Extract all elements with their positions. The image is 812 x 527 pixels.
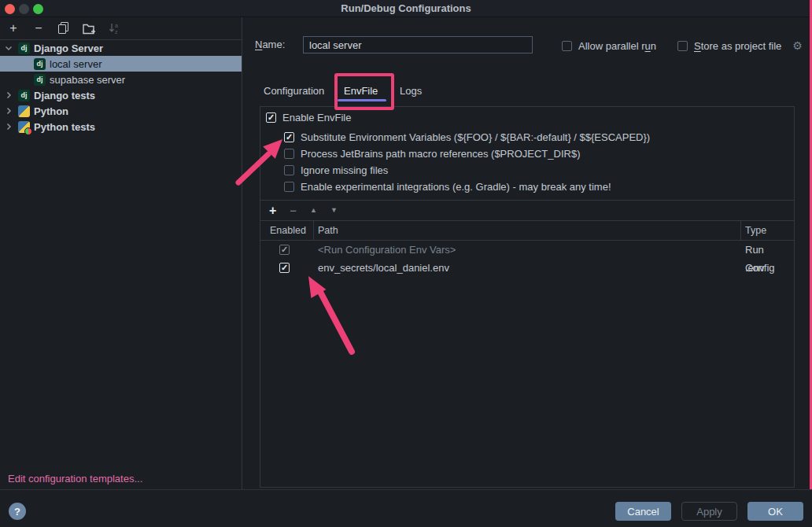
checkbox-box[interactable] [677, 41, 688, 51]
checkbox-box[interactable] [284, 182, 294, 192]
ok-button[interactable]: OK [747, 502, 803, 521]
enable-envfile-checkbox[interactable]: Enable EnvFile [266, 112, 351, 123]
tree-item-label: Django tests [34, 90, 95, 101]
run-debug-configurations-dialog: Run/Debug Configurations + − az dj Djang… [0, 0, 812, 527]
sidebar-toolbar: + − az [0, 17, 242, 40]
dialog-title: Run/Debug Configurations [0, 0, 812, 17]
option-label: Ignore missing files [301, 164, 388, 176]
checkbox-box[interactable] [562, 41, 572, 51]
zoom-window-button[interactable] [33, 4, 43, 14]
tree-item-label: local server [50, 58, 102, 70]
configurations-sidebar: + − az dj Django Server dj local server … [0, 17, 242, 489]
svg-text:a: a [115, 23, 118, 28]
option-label: Process JetBrains path macro references … [301, 148, 580, 160]
table-row-run-config-env-vars[interactable]: <Run Configuration Env Vars> Run Config [260, 241, 794, 259]
move-down-icon[interactable]: ▼ [330, 207, 338, 214]
path-cell: env_secrets/local_daniel.env [318, 259, 449, 277]
experimental-integrations-checkbox[interactable]: Enable experimental integrations (e.g. G… [284, 181, 611, 193]
move-up-icon[interactable]: ▲ [310, 207, 317, 214]
tree-item-supabase-server[interactable]: dj supabase server [0, 72, 242, 87]
tree-item-django-tests[interactable]: dj Django tests [0, 87, 242, 103]
name-input[interactable] [303, 36, 533, 53]
checkbox-box[interactable] [284, 165, 294, 175]
sort-configurations-icon[interactable]: az [107, 21, 121, 35]
checkbox-box[interactable] [266, 112, 276, 123]
option-label: Enable experimental integrations (e.g. G… [301, 181, 611, 193]
tree-item-local-server[interactable]: dj local server [0, 56, 242, 72]
enabled-checkbox[interactable] [279, 263, 290, 273]
tree-item-python-tests[interactable]: Python tests [0, 119, 242, 135]
chevron-right-icon[interactable] [3, 90, 14, 101]
settings-gear-icon[interactable]: ⚙ [792, 41, 803, 51]
cancel-button[interactable]: Cancel [615, 502, 671, 521]
ignore-missing-files-checkbox[interactable]: Ignore missing files [284, 164, 388, 176]
copy-configuration-icon[interactable] [57, 21, 71, 35]
test-badge-icon [24, 127, 32, 135]
column-divider [740, 221, 741, 240]
remove-env-file-icon[interactable]: − [290, 205, 297, 216]
envfile-table: + − ▲ ▼ Enabled Path Type <Run Configura… [260, 200, 794, 487]
process-path-macros-checkbox[interactable]: Process JetBrains path macro references … [284, 148, 580, 160]
python-icon [18, 105, 30, 117]
configuration-editor: Name: Allow parallel run Store as projec… [242, 17, 812, 489]
column-header-type[interactable]: Type [745, 221, 766, 240]
remove-configuration-icon[interactable]: − [31, 21, 46, 35]
active-tab-underline [338, 99, 386, 101]
store-as-project-file-checkbox[interactable]: Store as project file ⚙ [677, 40, 803, 52]
column-header-enabled[interactable]: Enabled [270, 221, 306, 240]
help-button[interactable]: ? [9, 503, 26, 520]
edit-configuration-templates-link[interactable]: Edit configuration templates... [8, 473, 142, 485]
django-icon: dj [18, 42, 30, 54]
name-label: Name: [255, 36, 285, 53]
checkbox-box[interactable] [284, 149, 294, 159]
dialog-footer: ? Cancel Apply OK [0, 489, 812, 527]
django-test-icon: dj [18, 90, 30, 101]
table-row-env-secrets[interactable]: env_secrets/local_daniel.env .env [260, 259, 794, 277]
allow-parallel-run-checkbox[interactable]: Allow parallel run [562, 40, 656, 52]
new-folder-icon[interactable] [82, 21, 96, 35]
svg-text:z: z [115, 29, 118, 35]
chevron-right-icon[interactable] [3, 121, 14, 132]
path-cell: <Run Configuration Env Vars> [318, 241, 456, 259]
checkbox-box[interactable] [284, 132, 294, 142]
tree-item-label: Python [34, 105, 68, 117]
tab-configuration[interactable]: Configuration [264, 83, 324, 99]
chevron-down-icon[interactable] [3, 42, 14, 53]
tree-item-django-server[interactable]: dj Django Server [0, 40, 242, 56]
allow-parallel-run-label: Allow parallel run [578, 40, 656, 52]
tab-logs[interactable]: Logs [400, 83, 422, 99]
add-env-file-icon[interactable]: + [269, 205, 276, 217]
tab-envfile[interactable]: EnvFile [344, 83, 378, 99]
minimize-window-button[interactable] [19, 4, 29, 14]
django-icon: dj [34, 74, 46, 86]
chevron-right-icon[interactable] [3, 105, 14, 116]
close-window-button[interactable] [5, 4, 15, 14]
django-icon: dj [34, 58, 46, 70]
enabled-checkbox [279, 245, 290, 255]
store-as-project-file-label: Store as project file [694, 40, 781, 52]
column-header-path[interactable]: Path [318, 221, 338, 240]
tree-item-python[interactable]: Python [0, 103, 242, 119]
tree-item-label: Python tests [34, 121, 95, 133]
envfile-table-toolbar: + − ▲ ▼ [260, 201, 794, 221]
title-bar: Run/Debug Configurations [0, 0, 812, 17]
apply-button[interactable]: Apply [681, 502, 737, 521]
type-cell: .env [745, 259, 765, 277]
column-divider [313, 221, 314, 240]
add-configuration-icon[interactable]: + [6, 21, 20, 35]
option-label: Enable EnvFile [282, 112, 351, 123]
option-label: Substitute Environment Variables (${FOO}… [301, 131, 650, 143]
python-test-icon [18, 121, 30, 133]
tree-item-label: Django Server [34, 42, 103, 54]
envfile-tab-panel: Enable EnvFile Substitute Environment Va… [260, 106, 795, 488]
substitute-env-vars-checkbox[interactable]: Substitute Environment Variables (${FOO}… [284, 131, 650, 143]
envfile-table-header: Enabled Path Type [260, 221, 794, 241]
tree-item-label: supabase server [50, 74, 125, 86]
